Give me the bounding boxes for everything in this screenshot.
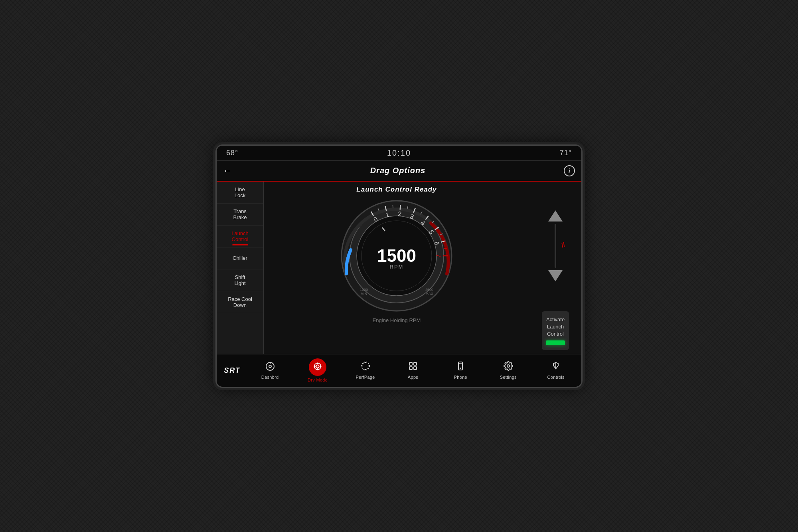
page-title: Drag Options	[237, 166, 559, 175]
svg-point-56	[460, 368, 461, 369]
engine-status: Engine Holding RPM	[373, 317, 421, 323]
nav-item-phone[interactable]: Phone	[437, 359, 484, 382]
clock: 10:10	[387, 148, 411, 158]
perf-page-icon	[361, 361, 370, 373]
activate-label: ActivateLaunchControl	[546, 316, 565, 337]
drv-mode-icon-circle	[309, 358, 326, 376]
svg-rect-54	[414, 367, 417, 370]
rpm-down-arrow[interactable]	[548, 270, 563, 281]
svg-text:1500: 1500	[377, 246, 416, 265]
nav-item-drv-mode[interactable]: Drv Mode	[294, 356, 341, 385]
status-bar: 68° 10:10 71°	[217, 146, 581, 161]
temp-left: 68°	[226, 149, 238, 157]
svg-rect-51	[409, 362, 412, 365]
sidebar: LineLock TransBrake LaunchControl Chille…	[217, 182, 264, 354]
svg-text:2: 2	[398, 210, 402, 217]
carbon-background: 68° 10:10 71° ← Drag Options i LineLock …	[0, 0, 798, 532]
controls-icon	[551, 361, 561, 373]
sidebar-item-chiller[interactable]: Chiller	[217, 247, 263, 269]
svg-text:2500: 2500	[425, 288, 433, 292]
info-icon: i	[569, 168, 570, 174]
sidebar-item-shift-light[interactable]: ShiftLight	[217, 269, 263, 291]
tach-svg: 0 1 2 3	[337, 196, 456, 316]
svg-rect-52	[414, 362, 417, 365]
header: ← Drag Options i	[217, 161, 581, 182]
svg-point-36	[269, 365, 271, 368]
nav-item-apps[interactable]: Apps	[389, 359, 437, 382]
drv-mode-icon	[313, 362, 322, 373]
rpm-slider-track: //	[555, 224, 556, 268]
svg-rect-53	[409, 367, 412, 370]
nav-item-controls[interactable]: Controls	[532, 359, 580, 382]
sidebar-item-race-cool-down[interactable]: Race CoolDown	[217, 291, 263, 313]
svg-line-50	[367, 368, 368, 369]
svg-point-41	[320, 366, 321, 367]
phone-label: Phone	[454, 375, 467, 380]
right-panel: // ActivateLaunchControl	[529, 182, 581, 354]
svg-line-49	[362, 363, 363, 364]
nav-item-settings[interactable]: Settings	[484, 359, 532, 382]
back-button[interactable]: ←	[223, 166, 232, 176]
status-label: Launch Control Ready	[356, 186, 437, 194]
svg-point-58	[507, 365, 510, 367]
apps-label: Apps	[408, 375, 418, 380]
main-content: LineLock TransBrake LaunchControl Chille…	[217, 182, 581, 354]
apps-icon	[408, 361, 418, 373]
svg-line-23	[393, 205, 393, 208]
settings-icon	[504, 361, 513, 373]
sidebar-item-line-lock[interactable]: LineLock	[217, 182, 263, 204]
screen-bezel: 68° 10:10 71° ← Drag Options i LineLock …	[215, 144, 583, 388]
rpm-up-arrow[interactable]	[548, 210, 563, 222]
rpm-slash-marks: //	[560, 241, 566, 249]
svg-text:RPM: RPM	[390, 264, 404, 270]
srt-logo: SRT	[218, 366, 246, 375]
svg-text:MIN: MIN	[361, 292, 367, 296]
phone-icon	[456, 361, 465, 373]
nav-item-dashboard[interactable]: Dashbrd	[246, 359, 294, 382]
sidebar-item-launch-control[interactable]: LaunchControl	[217, 225, 263, 247]
svg-text:7: 7	[435, 254, 442, 257]
drv-mode-label: Drv Mode	[308, 378, 328, 382]
svg-text:1000: 1000	[360, 288, 368, 292]
center-area: Launch Control Ready	[264, 182, 529, 354]
svg-point-43	[317, 368, 318, 370]
activate-launch-control-button[interactable]: ActivateLaunchControl	[542, 311, 569, 350]
controls-label: Controls	[547, 375, 565, 380]
dashboard-icon	[265, 362, 275, 373]
dashboard-label: Dashbrd	[261, 375, 279, 380]
temp-right: 71°	[560, 149, 572, 157]
info-button[interactable]: i	[564, 165, 575, 176]
tachometer: 0 1 2 3	[337, 196, 456, 316]
sidebar-item-trans-brake[interactable]: TransBrake	[217, 204, 263, 225]
bottom-nav: SRT Dashbrd	[217, 354, 581, 387]
svg-line-10	[400, 205, 401, 210]
svg-text:MAX: MAX	[425, 292, 433, 296]
svg-point-39	[316, 365, 319, 368]
svg-point-40	[317, 363, 318, 364]
perf-page-label: PerfPage	[356, 375, 375, 380]
activate-green-indicator	[546, 340, 565, 345]
svg-point-42	[314, 366, 315, 367]
settings-label: Settings	[500, 375, 517, 380]
nav-item-perf-page[interactable]: PerfPage	[342, 359, 389, 382]
